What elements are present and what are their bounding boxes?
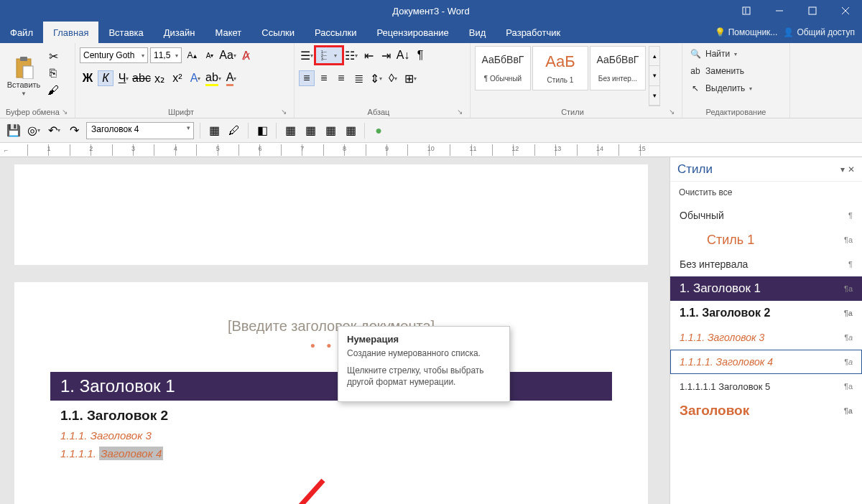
- styles-gallery-expand[interactable]: ▴ ▾ ▾: [649, 46, 660, 106]
- style-pane-item-2[interactable]: Без интервала¶: [670, 252, 862, 276]
- highlight-icon[interactable]: ab▾: [205, 70, 221, 86]
- document-area[interactable]: [Введите заголовок документа] ● ● ● 1. З…: [0, 157, 669, 504]
- qat-preview-icon[interactable]: ◎▾: [26, 123, 42, 139]
- gallery-up-icon[interactable]: ▴: [649, 47, 659, 66]
- ruler-toggle-icon[interactable]: ⌐: [4, 146, 8, 154]
- qat-erase-icon[interactable]: ◧: [254, 123, 270, 139]
- qat-insert3-icon[interactable]: ▦: [323, 123, 338, 139]
- tooltip-title: Нумерация: [347, 334, 501, 345]
- style-card-0[interactable]: АаБбВвГ¶ Обычный: [475, 46, 531, 90]
- align-right-icon[interactable]: ≡: [333, 70, 349, 86]
- styles-pane-close-icon[interactable]: ✕: [848, 164, 855, 174]
- ruler[interactable]: ⌐ 123456789101112131415: [0, 143, 862, 157]
- style-pane-item-1[interactable]: Стиль 1¶a: [670, 228, 862, 252]
- tab-ссылки[interactable]: Ссылки: [251, 22, 305, 43]
- tab-файл[interactable]: Файл: [0, 22, 43, 43]
- qat-insert4-icon[interactable]: ▦: [343, 123, 358, 139]
- shading-icon[interactable]: ◊▾: [385, 70, 401, 86]
- style-pane-item-0[interactable]: Обычный¶: [670, 203, 862, 228]
- paragraph-launcher-icon[interactable]: ↘: [457, 108, 463, 116]
- clear-formatting-icon[interactable]: A̷: [238, 47, 254, 63]
- paste-label: Вставить: [7, 80, 41, 89]
- style-pane-item-4[interactable]: 1.1. Заголовок 2¶a: [670, 301, 862, 325]
- qat-paint-icon[interactable]: 🖊: [226, 123, 242, 139]
- style-card-2[interactable]: АаБбВвГБез интер...: [590, 46, 646, 90]
- tab-вид[interactable]: Вид: [459, 22, 496, 43]
- tab-рассылки[interactable]: Рассылки: [305, 22, 366, 43]
- sort-icon[interactable]: A↓: [395, 47, 411, 63]
- numbering-button[interactable]: 1—2—3—▾: [316, 47, 342, 63]
- style-card-1[interactable]: АаБСтиль 1: [532, 46, 588, 90]
- font-color-icon[interactable]: A▾: [223, 70, 239, 86]
- text-effects-icon[interactable]: A▾: [187, 70, 203, 86]
- maximize-icon[interactable]: [796, 0, 829, 22]
- borders-icon[interactable]: ⊞▾: [402, 70, 418, 86]
- font-size-combo[interactable]: 11,5▾: [150, 47, 182, 63]
- tab-макет[interactable]: Макет: [205, 22, 251, 43]
- grow-font-icon[interactable]: A▴: [184, 47, 200, 63]
- find-button[interactable]: 🔍Найти▾: [687, 46, 785, 62]
- superscript-button[interactable]: x²: [170, 70, 185, 86]
- save-icon[interactable]: 💾: [6, 123, 22, 139]
- font-name-combo[interactable]: Century Goth▾: [80, 47, 148, 63]
- tab-вставка[interactable]: Вставка: [98, 22, 153, 43]
- qat-insert2-icon[interactable]: ▦: [302, 123, 318, 139]
- show-marks-icon[interactable]: ¶: [412, 47, 428, 63]
- style-selector-combo[interactable]: Заголовок 4: [86, 122, 194, 139]
- heading-4[interactable]: 1.1.1.1. Заголовок 4: [50, 444, 612, 462]
- style-pane-item-8[interactable]: Заголовок¶a: [670, 398, 862, 423]
- style-pane-item-5[interactable]: 1.1.1. Заголовок 3¶a: [670, 325, 862, 350]
- format-painter-icon[interactable]: 🖌: [46, 83, 60, 98]
- undo-icon[interactable]: ↶▾: [46, 123, 62, 139]
- change-case-icon[interactable]: Aa▾: [220, 47, 236, 63]
- tab-рецензирование[interactable]: Рецензирование: [366, 22, 458, 43]
- tab-главная[interactable]: Главная: [43, 22, 98, 43]
- heading-3[interactable]: 1.1.1. Заголовок 3: [50, 426, 612, 444]
- heading-2[interactable]: 1.1. Заголовок 2: [50, 401, 612, 426]
- clipboard-launcher-icon[interactable]: ↘: [62, 108, 68, 116]
- tooltip-line-1: Создание нумерованного списка.: [347, 347, 501, 359]
- style-pane-item-3[interactable]: 1. Заголовок 1¶a: [670, 276, 862, 301]
- paste-button[interactable]: Вставить ▼: [4, 46, 43, 106]
- share-button[interactable]: 👤 Общий доступ: [783, 27, 855, 37]
- doc-title-placeholder[interactable]: [Введите заголовок документа]: [50, 318, 612, 335]
- font-launcher-icon[interactable]: ↘: [281, 108, 287, 116]
- subscript-button[interactable]: x₂: [152, 70, 167, 86]
- bold-button[interactable]: Ж: [80, 70, 96, 86]
- copy-icon[interactable]: ⎘: [46, 66, 60, 80]
- decorative-dots: ● ● ●: [50, 340, 612, 350]
- underline-button[interactable]: Ч▾: [116, 70, 131, 86]
- strikethrough-button[interactable]: abc: [134, 70, 149, 86]
- styles-pane-options-icon[interactable]: ▾: [840, 164, 845, 174]
- tell-me[interactable]: 💡 Помощник...: [715, 27, 778, 37]
- cut-icon[interactable]: ✂: [46, 49, 60, 63]
- select-button[interactable]: ↖Выделить▾: [687, 80, 785, 96]
- ribbon-display-icon[interactable]: [730, 0, 763, 22]
- clear-all-styles[interactable]: Очистить все: [670, 182, 862, 203]
- align-center-icon[interactable]: ≡: [316, 70, 332, 86]
- shrink-font-icon[interactable]: A▾: [202, 47, 218, 63]
- heading-1[interactable]: 1. Заголовок 1: [50, 372, 612, 401]
- tab-дизайн[interactable]: Дизайн: [154, 22, 205, 43]
- decrease-indent-icon[interactable]: ⇤: [361, 47, 376, 63]
- line-spacing-icon[interactable]: ⇕▾: [368, 70, 384, 86]
- gallery-more-icon[interactable]: ▾: [649, 86, 659, 106]
- bullets-icon[interactable]: ☰▾: [299, 47, 315, 63]
- align-left-icon[interactable]: ≡: [299, 70, 315, 86]
- italic-button[interactable]: К: [98, 70, 113, 86]
- multilevel-list-icon[interactable]: ☷▾: [343, 47, 359, 63]
- justify-icon[interactable]: ≣: [351, 70, 366, 86]
- close-icon[interactable]: [829, 0, 862, 22]
- tab-разработчик[interactable]: Разработчик: [496, 22, 570, 43]
- minimize-icon[interactable]: [763, 0, 796, 22]
- styles-launcher-icon[interactable]: ↘: [669, 108, 675, 116]
- qat-table-icon[interactable]: ▦: [206, 123, 222, 139]
- qat-record-icon[interactable]: ●: [371, 123, 386, 139]
- style-pane-item-6[interactable]: 1.1.1.1. Заголовок 4¶a: [670, 350, 862, 374]
- increase-indent-icon[interactable]: ⇥: [378, 47, 394, 63]
- redo-icon[interactable]: ↷: [66, 123, 82, 139]
- gallery-down-icon[interactable]: ▾: [649, 66, 659, 85]
- replace-button[interactable]: abЗаменить: [687, 63, 785, 79]
- style-pane-item-7[interactable]: 1.1.1.1.1 Заголовок 5¶a: [670, 374, 862, 398]
- qat-insert1-icon[interactable]: ▦: [282, 123, 298, 139]
